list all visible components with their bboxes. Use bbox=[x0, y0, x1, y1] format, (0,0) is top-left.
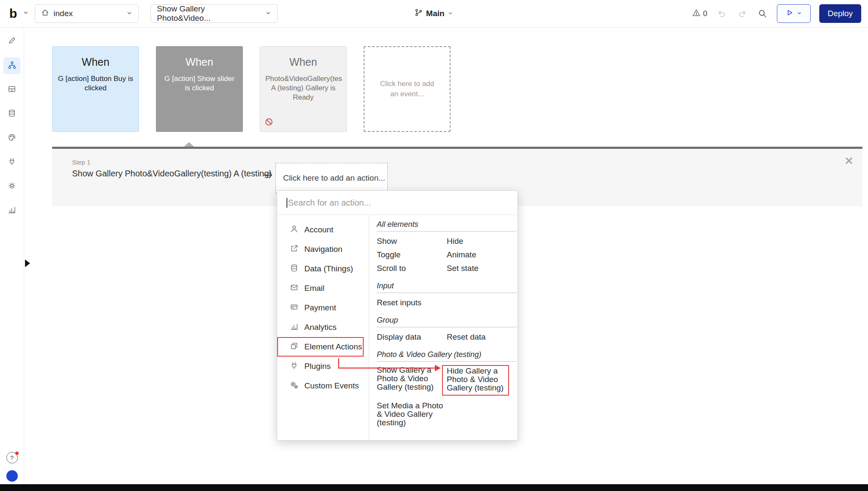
bubble-logo: b bbox=[9, 7, 17, 20]
sidebar-item-settings[interactable] bbox=[3, 178, 20, 195]
category-element-actions[interactable]: Element Actions bbox=[277, 337, 364, 357]
analytics-icon bbox=[290, 322, 298, 333]
action-section-group: Group Display data Reset data bbox=[377, 316, 517, 343]
play-icon bbox=[786, 9, 793, 18]
event-body: G [action] Show slider is clicked bbox=[161, 74, 237, 93]
chevron-down-icon bbox=[126, 9, 132, 18]
arrow-right-icon bbox=[263, 170, 274, 182]
account-icon bbox=[290, 225, 298, 235]
expand-panel-handle[interactable] bbox=[25, 259, 30, 267]
pencil-icon bbox=[8, 36, 16, 47]
category-email[interactable]: Email bbox=[277, 279, 369, 298]
action-item[interactable]: Show bbox=[377, 235, 447, 247]
category-data-things[interactable]: Data (Things) bbox=[277, 259, 369, 279]
category-custom-events[interactable]: Custom Events bbox=[277, 376, 369, 396]
workflow-selector-value: Show Gallery Photo&Video... bbox=[157, 4, 257, 23]
workflow-canvas: When G [action] Button Buy is clicked Wh… bbox=[24, 28, 868, 484]
branch-selector[interactable]: Main bbox=[415, 8, 453, 19]
prohibited-icon bbox=[264, 117, 273, 128]
issues-indicator[interactable]: 0 bbox=[692, 8, 707, 19]
action-item[interactable]: Set state bbox=[447, 262, 517, 274]
action-item[interactable]: Scroll to bbox=[377, 262, 447, 274]
action-menu: Search for an action... Account Navigati… bbox=[277, 190, 518, 441]
section-header: Input bbox=[377, 282, 517, 293]
branch-icon bbox=[415, 8, 423, 19]
category-label: Account bbox=[304, 225, 334, 234]
custom-events-icon bbox=[290, 381, 298, 391]
category-label: Navigation bbox=[304, 245, 342, 254]
category-plugins[interactable]: Plugins bbox=[277, 357, 369, 376]
category-payment[interactable]: Payment bbox=[277, 298, 369, 318]
event-card-selected[interactable]: When G [action] Show slider is clicked bbox=[156, 46, 243, 132]
sidebar-item-styles[interactable] bbox=[3, 130, 20, 147]
page-selector[interactable]: index bbox=[35, 4, 139, 23]
category-account[interactable]: Account bbox=[277, 220, 369, 240]
action-item[interactable]: Reset inputs bbox=[377, 296, 447, 309]
event-card[interactable]: When Photo&VideoGallery(tes A (testing) … bbox=[260, 46, 347, 132]
step-title[interactable]: Show Gallery Photo&VideoGallery(testing)… bbox=[72, 169, 272, 179]
topbar: b index Show Gallery Photo&Video... bbox=[0, 0, 868, 28]
category-analytics[interactable]: Analytics bbox=[277, 318, 369, 337]
action-item[interactable]: Display data bbox=[377, 331, 447, 343]
event-card[interactable]: When G [action] Button Buy is clicked bbox=[52, 46, 139, 132]
category-label: Payment bbox=[304, 303, 336, 312]
settings-icon bbox=[8, 181, 16, 192]
action-section-gallery: Photo & Video Gallery (testing) Show Gal… bbox=[377, 350, 517, 427]
action-section-all-elements: All elements Show Hide Toggle Animate Sc… bbox=[377, 220, 517, 274]
close-icon[interactable] bbox=[845, 156, 853, 167]
home-icon bbox=[41, 8, 49, 19]
payment-icon bbox=[290, 303, 298, 313]
bottom-bar bbox=[0, 484, 868, 491]
database-icon bbox=[8, 109, 16, 119]
sidebar-item-data[interactable] bbox=[3, 106, 20, 123]
action-search-placeholder: Search for an action... bbox=[288, 198, 371, 208]
search-icon[interactable] bbox=[757, 8, 768, 20]
add-action-label: Click here to add an action... bbox=[283, 173, 385, 183]
event-title: When bbox=[265, 56, 341, 68]
action-item[interactable]: Set Media a Photo & Video Gallery (testi… bbox=[377, 401, 444, 427]
issues-count: 0 bbox=[703, 9, 707, 18]
undo-icon[interactable] bbox=[716, 8, 728, 20]
layout-icon bbox=[8, 85, 16, 95]
logs-icon bbox=[8, 206, 16, 216]
category-label: Data (Things) bbox=[304, 264, 353, 273]
action-item[interactable]: Show Gallery a Photo & Video Gallery (te… bbox=[377, 365, 444, 396]
sidebar-item-design[interactable] bbox=[3, 33, 20, 50]
add-event-placeholder[interactable]: Click here to add an event... bbox=[364, 46, 451, 132]
notification-dot bbox=[15, 452, 19, 455]
logo-menu-chevron-icon[interactable] bbox=[23, 10, 29, 17]
sidebar-item-plugins[interactable] bbox=[3, 154, 20, 171]
action-item[interactable]: Toggle bbox=[377, 248, 447, 261]
add-action-placeholder[interactable]: Click here to add an action... bbox=[275, 163, 388, 193]
email-icon bbox=[290, 283, 298, 294]
chevron-down-icon bbox=[448, 9, 453, 18]
action-item-highlighted[interactable]: Hide Gallery a Photo & Video Gallery (te… bbox=[442, 365, 509, 396]
action-section-input: Input Reset inputs bbox=[377, 282, 517, 309]
action-item[interactable]: Reset data bbox=[447, 331, 517, 343]
styles-icon bbox=[8, 133, 16, 143]
event-body: G [action] Button Buy is clicked bbox=[58, 74, 134, 93]
action-item[interactable]: Hide bbox=[447, 235, 517, 247]
data-icon bbox=[290, 264, 298, 274]
sidebar-item-logs[interactable] bbox=[3, 202, 20, 219]
redo-icon[interactable] bbox=[736, 8, 748, 20]
workflow-selector[interactable]: Show Gallery Photo&Video... bbox=[150, 4, 278, 23]
workflow-icon bbox=[8, 61, 17, 71]
deploy-button[interactable]: Deploy bbox=[819, 4, 861, 23]
sidebar-item-layout[interactable] bbox=[3, 81, 20, 98]
event-title: When bbox=[58, 56, 134, 68]
avatar[interactable] bbox=[6, 470, 18, 482]
element-actions-icon bbox=[290, 342, 298, 352]
bubble-editor: b index Show Gallery Photo&Video... bbox=[0, 0, 868, 491]
add-event-label: Click here to add an event... bbox=[377, 79, 437, 99]
branch-label: Main bbox=[426, 9, 444, 18]
preview-button[interactable] bbox=[777, 4, 811, 23]
help-icon[interactable]: ? bbox=[6, 452, 18, 463]
plugins-icon bbox=[290, 361, 298, 372]
action-search-input[interactable]: Search for an action... bbox=[277, 191, 517, 215]
category-navigation[interactable]: Navigation bbox=[277, 240, 369, 259]
action-item[interactable]: Animate bbox=[447, 248, 517, 261]
navigation-icon bbox=[290, 244, 298, 255]
sidebar-item-workflow[interactable] bbox=[3, 57, 20, 74]
event-body: Photo&VideoGallery(tes A (testing) Galle… bbox=[265, 74, 341, 102]
